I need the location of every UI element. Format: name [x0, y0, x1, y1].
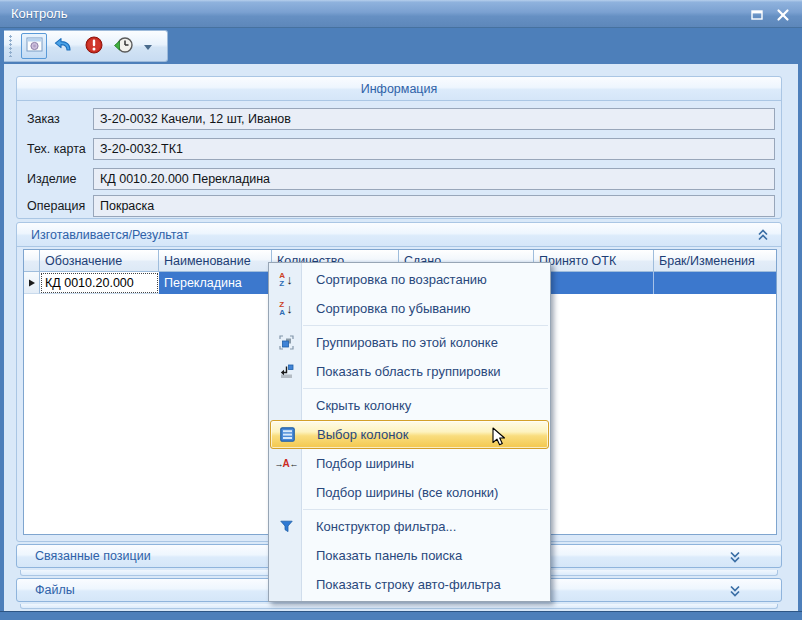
toolbar [0, 28, 802, 64]
menu-item-group-by-column[interactable]: Группировать по этой колонке [269, 328, 550, 357]
menu-separator [303, 325, 548, 326]
info-group-header: Информация [17, 77, 781, 101]
history-button[interactable] [111, 33, 137, 59]
chevron-down-icon [144, 39, 152, 53]
operation-field[interactable]: Покраска [93, 195, 775, 217]
current-row-indicator [24, 272, 40, 294]
cell-name[interactable]: Перекладина [159, 272, 272, 294]
related-positions-title: Связанные позиции [35, 549, 151, 563]
menu-item-show-auto-filter-row[interactable]: Показать строку авто-фильтра [269, 570, 550, 599]
error-icon [85, 36, 103, 57]
product-label: Изделие [27, 172, 77, 186]
toolbar-strip [4, 30, 168, 62]
group-area-icon [269, 364, 303, 379]
history-icon [114, 36, 134, 57]
sort-ascending-icon: AZ↓ [269, 272, 303, 288]
menu-separator [303, 509, 548, 510]
titlebar: Контроль [0, 0, 802, 28]
window-title: Контроль [11, 6, 67, 21]
menu-item-sort-descending[interactable]: ZA↓ Сортировка по убыванию [269, 294, 550, 323]
info-group-title: Информация [361, 82, 438, 96]
menu-item-best-fit[interactable]: →A← Подбор ширины [269, 449, 550, 478]
techcard-label: Тех. карта [27, 142, 86, 156]
form-settings-button[interactable] [21, 33, 47, 59]
column-header-designation[interactable]: Обозначение [40, 250, 159, 272]
undo-button[interactable] [51, 33, 77, 59]
form-settings-icon [26, 37, 43, 55]
field-row-operation: Операция Покраска [17, 195, 781, 217]
field-row-product: Изделие КД 0010.20.000 Перекладина [17, 168, 781, 190]
cell-designation[interactable]: КД 0010.20.000 [40, 272, 159, 294]
app-window: Контроль [0, 0, 802, 620]
menu-item-sort-ascending[interactable]: AZ↓ Сортировка по возрастанию [269, 265, 550, 294]
info-group: Информация Заказ З-20-0032 Качели, 12 шт… [16, 76, 782, 219]
order-field[interactable]: З-20-0032 Качели, 12 шт, Иванов [93, 108, 775, 130]
menu-item-filter-editor[interactable]: Конструктор фильтра... [269, 512, 550, 541]
menu-item-show-group-area[interactable]: Показать область группировки [269, 357, 550, 386]
cell-accepted-qc[interactable] [534, 272, 654, 294]
choose-columns-icon [271, 427, 304, 442]
menu-item-best-fit-all[interactable]: Подбор ширины (все колонки) [269, 478, 550, 507]
menu-item-show-search-panel[interactable]: Показать панель поиска [269, 541, 550, 570]
restore-window-icon[interactable] [748, 8, 766, 22]
close-icon[interactable] [774, 8, 792, 22]
results-group-title: Изготавливается/Результат [31, 228, 189, 242]
column-header-accepted-qc[interactable]: Принято ОТК [534, 250, 654, 272]
menu-separator [303, 388, 548, 389]
chevron-double-down-icon[interactable] [729, 585, 741, 597]
window-bottom-border [0, 611, 802, 612]
toolbar-grip-handle[interactable] [9, 35, 13, 57]
field-row-techcard: Тех. карта З-20-0032.ТК1 [17, 138, 781, 160]
order-label: Заказ [27, 112, 60, 126]
chevron-double-down-icon[interactable] [729, 551, 741, 563]
filter-icon [269, 520, 303, 533]
column-header-defects[interactable]: Брак/Изменения [654, 250, 776, 272]
operation-label: Операция [27, 199, 85, 213]
column-header-name[interactable]: Наименование [159, 250, 272, 272]
techcard-field[interactable]: З-20-0032.ТК1 [93, 138, 775, 160]
best-fit-icon: →A← [269, 458, 303, 469]
files-panel-edge [20, 604, 778, 609]
row-arrow-icon [28, 279, 36, 287]
sort-descending-icon: ZA↓ [269, 301, 303, 317]
product-field[interactable]: КД 0010.20.000 Перекладина [93, 168, 775, 190]
cell-defects[interactable] [654, 272, 776, 294]
row-indicator-header [24, 250, 40, 272]
chevron-double-up-icon[interactable] [757, 229, 769, 241]
group-by-column-icon [269, 335, 303, 350]
menu-item-hide-column[interactable]: Скрыть колонку [269, 391, 550, 420]
error-button[interactable] [81, 33, 107, 59]
toolbar-dropdown-button[interactable] [141, 34, 155, 58]
undo-icon [54, 36, 74, 57]
results-group-header[interactable]: Изготавливается/Результат [17, 223, 781, 247]
files-title: Файлы [35, 583, 75, 597]
field-row-order: Заказ З-20-0032 Качели, 12 шт, Иванов [17, 108, 781, 130]
mouse-cursor-icon [492, 427, 510, 450]
